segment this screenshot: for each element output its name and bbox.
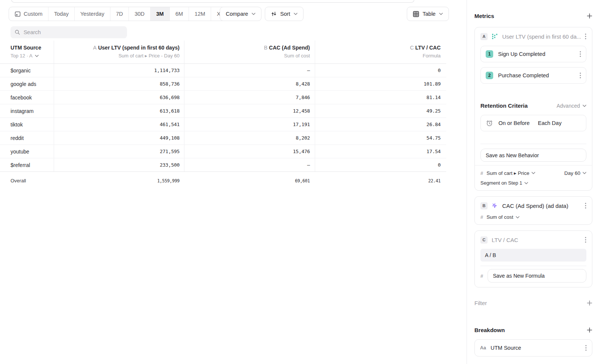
table-row[interactable]: google ads 858,736 8,428 101.89 — [0, 77, 446, 91]
metric-a-card: A User LTV (spend in first 60 da... 1 Si… — [474, 27, 592, 191]
table-row[interactable]: tiktok 461,541 17,191 26.84 — [0, 118, 446, 131]
ratio-cell: 0 — [315, 64, 446, 77]
search-bar — [11, 26, 127, 38]
funnel-step-1[interactable]: 1 Sign Up Completed — [480, 46, 586, 62]
aggregation-dropdown[interactable]: Sum of cart ▸ Price — [486, 170, 535, 176]
range-3m-selected[interactable]: 3M — [150, 7, 169, 21]
chevron-down-icon — [524, 182, 528, 184]
chevron-down-icon — [35, 55, 39, 57]
range-12m[interactable]: 12M — [189, 7, 211, 21]
kebab-menu-icon[interactable] — [585, 33, 586, 39]
breakdown-item-utm-source[interactable]: Aa UTM Source — [474, 339, 592, 356]
utm-cell: reddit — [0, 131, 54, 144]
range-today[interactable]: Today — [48, 7, 74, 21]
number-type-icon: # — [480, 214, 483, 220]
table-row[interactable]: reddit 449,108 8,202 54.75 — [0, 131, 446, 145]
metrics-title: Metrics — [474, 13, 494, 19]
save-as-new-formula-button[interactable]: Save as New Formula — [488, 269, 586, 283]
date-range-control: Custom Today Yesterday 7D 30D 3M 6M 12M … — [9, 7, 240, 21]
ltv-cell: 461,541 — [54, 118, 184, 131]
compare-button[interactable]: Compare — [220, 7, 261, 21]
range-custom[interactable]: Custom — [9, 7, 48, 21]
chevron-down-icon — [583, 172, 586, 174]
table-row[interactable]: $organic 1,114,733 – 0 — [0, 64, 446, 77]
ratio-cell: 49.25 — [315, 104, 446, 117]
metric-c-header[interactable]: C LTV / CAC — [480, 236, 586, 244]
table-header-row: UTM Source Top 12 · A AUser LTV (spend i… — [0, 41, 446, 64]
top-n-dropdown[interactable]: Top 12 · A — [11, 52, 54, 60]
utm-cell: facebook — [0, 91, 54, 104]
save-as-new-behavior-button[interactable]: Save as New Behavior — [480, 149, 586, 162]
table-row[interactable]: $referral 233,500 – 0 — [0, 158, 446, 172]
cac-cell: 8,202 — [184, 131, 315, 144]
range-30d[interactable]: 30D — [128, 7, 150, 21]
range-6m[interactable]: 6M — [169, 7, 189, 21]
metric-b-header[interactable]: B CAC (Ad Spend) (ad data) — [480, 202, 586, 210]
ratio-cell: 81.14 — [315, 91, 446, 104]
column-header-user-ltv[interactable]: AUser LTV (spend in first 60 days) Sum o… — [54, 41, 184, 64]
divider — [480, 266, 586, 266]
cac-cell: 15,476 — [184, 145, 315, 158]
step-number-badge: 2 — [486, 72, 493, 79]
overall-ltv: 1,559,999 — [54, 172, 184, 190]
kebab-menu-icon[interactable] — [580, 72, 581, 78]
add-filter-button[interactable] — [587, 300, 592, 306]
search-input[interactable] — [24, 29, 123, 35]
metric-letter-badge: C — [480, 236, 488, 244]
aggregation-dropdown[interactable]: Sum of cost — [486, 214, 519, 220]
table-grid-icon — [413, 11, 419, 17]
breakdown-title: Breakdown — [474, 327, 505, 333]
kebab-menu-icon[interactable] — [585, 203, 586, 209]
chart-card-bottom-edge — [11, 0, 414, 3]
chevron-down-icon — [516, 216, 519, 218]
utm-cell: tiktok — [0, 118, 54, 131]
column-header-cac[interactable]: BCAC (Ad Spend) Sum of cost — [184, 41, 315, 64]
column-header-ltv-cac[interactable]: CLTV / CAC Formula — [315, 41, 446, 64]
view-type-button[interactable]: Table — [407, 7, 449, 21]
column-header-utm-source[interactable]: UTM Source Top 12 · A — [0, 41, 54, 64]
chevron-down-icon — [439, 13, 443, 15]
window-dropdown[interactable]: Day 60 — [564, 170, 586, 176]
behavior-metric-icon — [492, 33, 498, 40]
sort-button[interactable]: Sort — [265, 7, 304, 21]
ratio-cell: 101.89 — [315, 77, 446, 90]
ltv-cell: 233,500 — [54, 158, 184, 171]
range-yesterday[interactable]: Yesterday — [74, 7, 110, 21]
utm-cell: instagram — [0, 104, 54, 117]
cac-cell: 8,428 — [184, 77, 315, 90]
filter-section-header: Filter — [474, 300, 592, 306]
ltv-cell: 636,698 — [54, 91, 184, 104]
segment-row: Segment on Step 1 — [480, 180, 586, 186]
cac-cell: 7,846 — [184, 91, 315, 104]
ad-data-metric-icon — [492, 203, 498, 209]
table-row[interactable]: instagram 613,618 12,458 49.25 — [0, 104, 446, 118]
segment-dropdown[interactable]: Segment on Step 1 — [480, 180, 528, 186]
search-icon — [15, 29, 20, 35]
chevron-down-icon — [532, 172, 535, 174]
add-metric-button[interactable] — [587, 13, 592, 19]
range-7d[interactable]: 7D — [110, 7, 129, 21]
kebab-menu-icon[interactable] — [585, 237, 586, 243]
add-breakdown-button[interactable] — [587, 327, 592, 333]
table-row[interactable]: facebook 636,698 7,846 81.14 — [0, 91, 446, 104]
divider — [475, 165, 592, 165]
metric-c-title: LTV / CAC — [492, 237, 581, 243]
metric-c-card: C LTV / CAC A / B # Save as New Formula — [474, 230, 592, 287]
overall-cac: 69,601 — [184, 172, 315, 190]
retention-criteria-header: Retention Criteria Advanced — [480, 102, 586, 109]
metrics-section-header: Metrics — [474, 13, 592, 19]
metric-a-header[interactable]: A User LTV (spend in first 60 da... — [480, 32, 586, 41]
funnel-step-2[interactable]: 2 Purchase Completed — [480, 67, 586, 84]
ratio-cell: 0 — [315, 158, 446, 171]
retention-advanced-dropdown[interactable]: Advanced — [557, 103, 586, 109]
number-type-icon: # — [480, 170, 483, 176]
metric-b-title: CAC (Ad Spend) (ad data) — [502, 203, 581, 209]
retention-condition-card[interactable]: On or Before Each Day — [480, 115, 586, 131]
cac-cell: 12,458 — [184, 104, 315, 117]
formula-input[interactable]: A / B — [480, 249, 586, 262]
kebab-menu-icon[interactable] — [580, 51, 581, 57]
table-row[interactable]: youtube 271,595 15,476 17.54 — [0, 145, 446, 158]
ltv-cell: 1,114,733 — [54, 64, 184, 77]
kebab-menu-icon[interactable] — [585, 345, 587, 351]
metric-b-card: B CAC (Ad Spend) (ad data) # Sum of cost — [474, 196, 592, 225]
